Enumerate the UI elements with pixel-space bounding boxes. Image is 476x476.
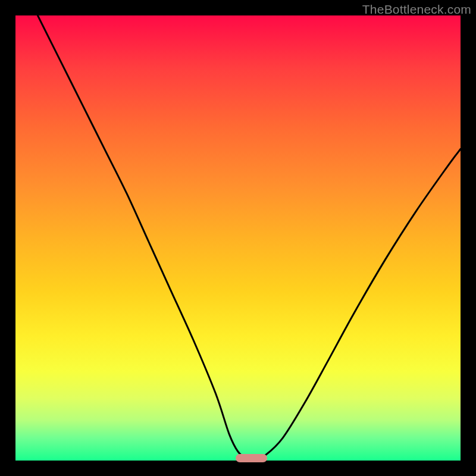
chart-stage: TheBottleneck.com (0, 0, 476, 476)
bottleneck-curve (15, 15, 461, 461)
optimal-marker (236, 454, 267, 462)
watermark-text: TheBottleneck.com (362, 2, 471, 17)
plot-area (15, 15, 461, 461)
